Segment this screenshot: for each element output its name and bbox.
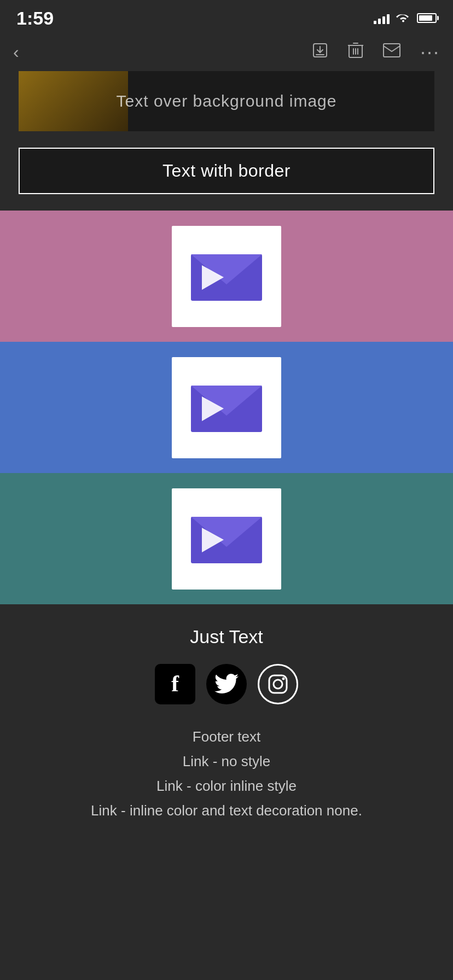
status-bar: 1:59 <box>0 0 453 33</box>
email-icon-pink <box>188 246 265 306</box>
color-bands <box>0 211 453 604</box>
instagram-button[interactable] <box>258 664 298 704</box>
text-with-border-section: Text with border <box>19 148 434 194</box>
download-button[interactable] <box>312 42 328 62</box>
background-image <box>19 71 128 131</box>
facebook-button[interactable]: f <box>155 664 195 704</box>
email-card-pink <box>172 226 281 327</box>
footer-line-4[interactable]: Link - inline color and text decoration … <box>0 800 453 821</box>
just-text-label: Just Text <box>0 626 453 648</box>
wifi-icon <box>396 10 410 26</box>
footer-line-1: Footer text <box>0 726 453 748</box>
facebook-icon: f <box>161 670 189 698</box>
just-text-section: Just Text f Footer text Link - no s <box>0 604 453 847</box>
svg-text:f: f <box>171 671 179 696</box>
pink-band <box>0 211 453 342</box>
toolbar-left: ‹ <box>13 42 19 62</box>
svg-point-20 <box>274 680 282 689</box>
mail-button[interactable] <box>383 43 400 61</box>
svg-point-21 <box>282 678 285 680</box>
status-time: 1:59 <box>16 8 54 29</box>
blue-band <box>0 342 453 473</box>
instagram-icon <box>267 673 289 695</box>
signal-icon <box>374 12 390 24</box>
text-with-border-box: Text with border <box>19 148 434 194</box>
top-image-text: Text over background image <box>117 92 337 110</box>
back-button[interactable]: ‹ <box>13 42 19 62</box>
email-card-teal <box>172 488 281 590</box>
twitter-icon <box>214 674 239 695</box>
delete-button[interactable] <box>348 42 363 62</box>
top-image-section: Text over background image <box>19 71 434 131</box>
twitter-button[interactable] <box>206 664 247 704</box>
svg-rect-7 <box>384 44 400 57</box>
email-icon-teal <box>188 509 265 569</box>
footer-text-section: Footer text Link - no style Link - color… <box>0 721 453 836</box>
footer-line-2[interactable]: Link - no style <box>0 751 453 772</box>
more-button[interactable]: ··· <box>420 40 440 63</box>
main-content: Text with border <box>0 148 453 194</box>
text-with-border-label: Text with border <box>162 161 291 181</box>
footer-line-3[interactable]: Link - color inline style <box>0 775 453 797</box>
toolbar: ‹ <box>0 33 453 71</box>
email-icon-blue <box>188 377 265 438</box>
email-card-blue <box>172 357 281 458</box>
status-icons <box>374 10 437 26</box>
teal-band <box>0 473 453 604</box>
toolbar-right: ··· <box>312 40 440 63</box>
social-icons: f <box>0 664 453 704</box>
battery-icon <box>417 13 437 23</box>
